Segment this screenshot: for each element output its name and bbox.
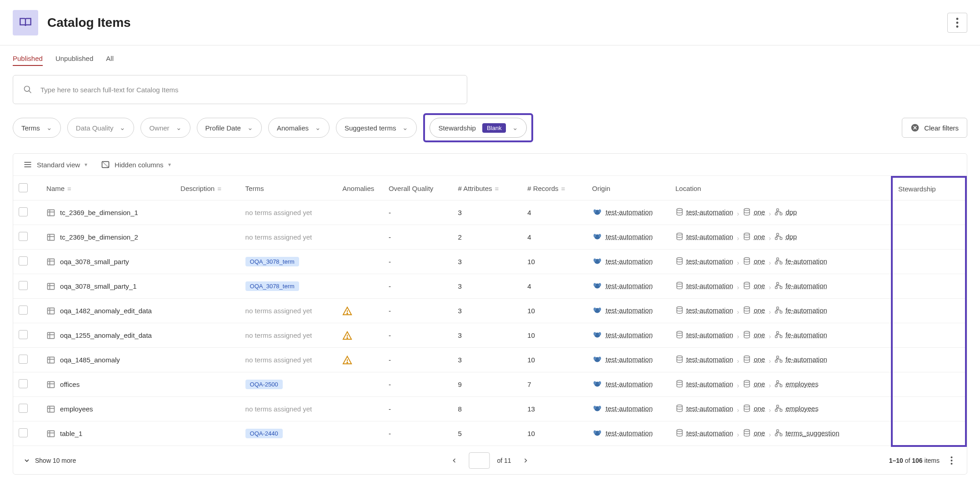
row-checkbox[interactable] [19, 281, 28, 290]
term-badge[interactable]: OQA-2440 [245, 429, 283, 438]
col-attributes[interactable]: # Attributes≡ [453, 177, 522, 200]
origin-link[interactable]: test-automation [592, 428, 653, 438]
term-badge[interactable]: OQA_3078_term [245, 281, 299, 291]
table-row[interactable]: oqa_1255_anomaly_edit_datano terms assig… [13, 323, 966, 348]
view-selector[interactable]: Standard view ▾ [23, 160, 87, 169]
col-anomalies[interactable]: Anomalies [337, 177, 383, 200]
location-catalog[interactable]: one [743, 355, 765, 363]
svg-point-110 [677, 405, 682, 407]
location-catalog[interactable]: one [743, 208, 765, 216]
col-records[interactable]: # Records≡ [522, 177, 586, 200]
next-page-button[interactable] [519, 453, 533, 468]
show-more-button[interactable]: Show 10 more [23, 457, 76, 464]
table-row[interactable]: tc_2369_be_dimension_1no terms assigned … [13, 200, 966, 225]
origin-link[interactable]: test-automation [592, 330, 653, 340]
cell-attributes: 9 [453, 372, 522, 397]
filter-owner[interactable]: Owner ⌄ [140, 118, 190, 138]
row-checkbox[interactable] [19, 404, 28, 413]
clear-filters-button[interactable]: Clear filters [902, 118, 967, 138]
origin-link[interactable]: test-automation [592, 231, 653, 241]
table-row[interactable]: employeesno terms assigned yet-813test-a… [13, 397, 966, 421]
origin-link[interactable]: test-automation [592, 403, 653, 413]
origin-link[interactable]: test-automation [592, 256, 653, 266]
location-source[interactable]: test-automation [675, 404, 733, 412]
location-schema[interactable]: employees [775, 380, 819, 388]
location-source[interactable]: test-automation [675, 355, 733, 363]
row-checkbox[interactable] [19, 330, 28, 339]
header-more-button[interactable] [947, 13, 967, 33]
location-source[interactable]: test-automation [675, 281, 733, 290]
location-schema[interactable]: terms_suggestion [775, 429, 839, 437]
location-catalog[interactable]: one [743, 331, 765, 339]
row-checkbox[interactable] [19, 306, 28, 315]
col-overall-quality[interactable]: Overall Quality [383, 177, 453, 200]
col-terms[interactable]: Terms [240, 177, 337, 200]
origin-link[interactable]: test-automation [592, 354, 653, 364]
location-catalog[interactable]: one [743, 232, 765, 240]
location-schema[interactable]: employees [775, 404, 819, 412]
search-box[interactable] [13, 75, 467, 104]
location-schema[interactable]: dpp [775, 208, 797, 216]
origin-link[interactable]: test-automation [592, 281, 653, 291]
location-catalog[interactable]: one [743, 257, 765, 265]
row-checkbox[interactable] [19, 232, 28, 241]
select-all-checkbox[interactable] [19, 183, 28, 192]
location-catalog[interactable]: one [743, 404, 765, 412]
filter-suggested-terms[interactable]: Suggested terms ⌄ [336, 118, 417, 138]
svg-point-126 [950, 456, 952, 458]
location-catalog[interactable]: one [743, 429, 765, 437]
term-badge[interactable]: OQA_3078_term [245, 257, 299, 266]
location-catalog[interactable]: one [743, 380, 765, 388]
origin-link[interactable]: test-automation [592, 207, 653, 217]
table-row[interactable]: tc_2369_be_dimension_2no terms assigned … [13, 225, 966, 250]
tab-unpublished[interactable]: Unpublished [55, 55, 93, 66]
hidden-columns[interactable]: Hidden columns ▾ [101, 160, 171, 169]
location-schema[interactable]: fe-automation [775, 257, 827, 265]
location-source[interactable]: test-automation [675, 208, 733, 216]
location-source[interactable]: test-automation [675, 257, 733, 265]
location-source[interactable]: test-automation [675, 331, 733, 339]
row-checkbox[interactable] [19, 428, 28, 437]
search-input[interactable] [40, 86, 457, 94]
filter-anomalies[interactable]: Anomalies ⌄ [268, 118, 330, 138]
origin-link[interactable]: test-automation [592, 379, 653, 389]
row-checkbox[interactable] [19, 256, 28, 266]
location-schema[interactable]: fe-automation [775, 281, 827, 290]
table-row[interactable]: oqa_3078_small_party_1OQA_3078_term-34te… [13, 274, 966, 299]
location-catalog[interactable]: one [743, 306, 765, 314]
location-schema[interactable]: dpp [775, 232, 797, 240]
table-row[interactable]: oqa_3078_small_partyOQA_3078_term-310tes… [13, 250, 966, 274]
footer-more-button[interactable] [946, 455, 957, 466]
filter-terms[interactable]: Terms ⌄ [13, 118, 61, 138]
location-schema[interactable]: fe-automation [775, 306, 827, 314]
term-badge[interactable]: OQA-2500 [245, 380, 283, 389]
filter-stewardship[interactable]: Stewardship Blank ⌄ [430, 118, 527, 138]
table-row[interactable]: officesOQA-2500-97test-automationtest-au… [13, 372, 966, 397]
location-source[interactable]: test-automation [675, 232, 733, 240]
col-origin[interactable]: Origin [587, 177, 670, 200]
tab-all[interactable]: All [106, 55, 114, 66]
tab-published[interactable]: Published [13, 55, 43, 66]
filter-profile-date[interactable]: Profile Date ⌄ [197, 118, 262, 138]
col-name[interactable]: Name≡ [41, 177, 175, 200]
filter-data-quality[interactable]: Data Quality ⌄ [67, 118, 135, 138]
origin-link[interactable]: test-automation [592, 305, 653, 315]
table-row[interactable]: table_1OQA-2440-510test-automationtest-a… [13, 421, 966, 446]
table-row[interactable]: oqa_1485_anomalyno terms assigned yet-31… [13, 348, 966, 372]
prev-page-button[interactable] [447, 453, 461, 468]
row-checkbox[interactable] [19, 207, 28, 216]
location-source[interactable]: test-automation [675, 429, 733, 437]
col-location[interactable]: Location [670, 177, 892, 200]
location-schema[interactable]: fe-automation [775, 355, 827, 363]
col-description[interactable]: Description≡ [175, 177, 240, 200]
location-source[interactable]: test-automation [675, 306, 733, 314]
location-schema[interactable]: fe-automation [775, 331, 827, 339]
table-row[interactable]: oqa_1482_anomaly_edit_datano terms assig… [13, 299, 966, 323]
col-stewardship[interactable]: Stewardship [892, 177, 966, 200]
location-catalog[interactable]: one [743, 281, 765, 290]
cell-description [175, 397, 240, 421]
row-checkbox[interactable] [19, 355, 28, 364]
location-source[interactable]: test-automation [675, 380, 733, 388]
page-input[interactable] [469, 452, 490, 469]
row-checkbox[interactable] [19, 379, 28, 388]
